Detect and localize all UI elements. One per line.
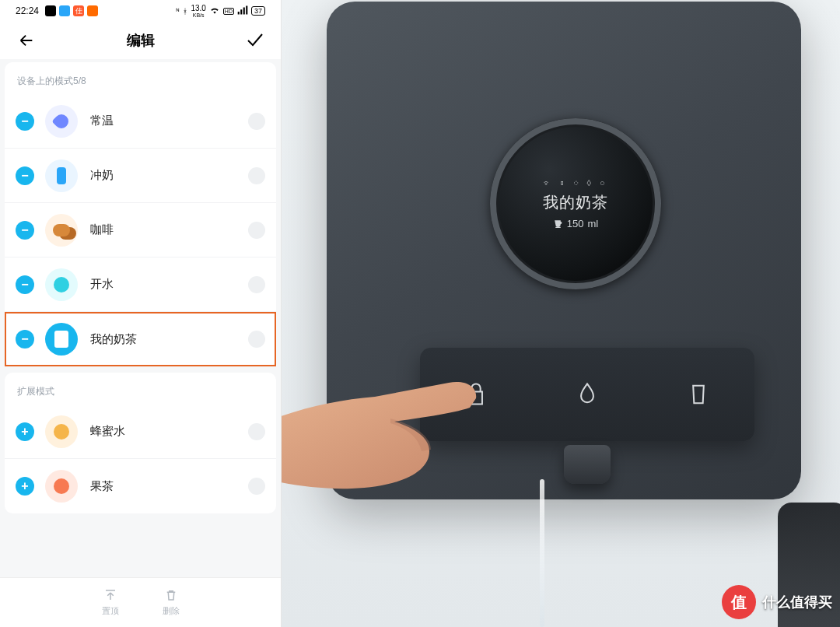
fruit-icon [45,470,78,503]
water-drop-icon[interactable] [576,381,599,408]
wifi-icon [209,5,220,16]
status-bar: 22:24 佳 ᴺ ᚼ 13.0 KB/s HD [0,0,281,22]
section-device-modes: 设备上的模式5/8 [5,67,276,94]
mode-row-fruit-tea[interactable]: + 果茶 [5,459,276,513]
device-touch-panel [420,348,754,441]
water-dispenser-body: ᯤ ▯ ◌ ◊ ○ 我的奶茶 150 ml [327,2,801,499]
drag-handle-icon[interactable] [248,331,265,348]
steam-icon [45,268,78,301]
battery-icon: 37 [251,6,265,16]
mode-label: 开水 [90,277,248,292]
app-indicator-icon [87,5,98,16]
mode-row-coffee[interactable]: − 咖啡 [5,203,276,257]
mode-label: 冲奶 [90,168,248,183]
mode-row-honey-water[interactable]: + 蜂蜜水 [5,405,276,459]
water-stream [540,479,544,627]
mode-label: 我的奶茶 [90,332,248,347]
nfc-icon: ᴺ [176,7,180,16]
bottom-toolbar: 置顶 删除 [0,577,281,627]
hd-icon: HD [223,8,234,15]
honey-icon [45,415,78,448]
mode-label: 常温 [90,114,248,128]
trash-icon [164,588,178,602]
mode-row-room-temp[interactable]: − 常温 [5,94,276,149]
bluetooth-icon: ᚼ [183,7,187,16]
beans-icon [45,214,78,247]
device-photo: ᯤ ▯ ◌ ◊ ○ 我的奶茶 150 ml [282,0,840,627]
drag-handle-icon[interactable] [248,423,265,440]
cup-icon [553,219,563,229]
app-indicator-icon [45,5,56,16]
mode-label: 果茶 [90,479,248,494]
dispenser-spout [564,445,611,484]
signal-icon [237,5,248,16]
watermark: 值 什么值得买 [722,585,832,619]
screen-volume: 150 ml [553,218,598,229]
pin-button[interactable]: 置顶 [102,588,119,617]
drag-handle-icon[interactable] [248,222,265,239]
confirm-button[interactable] [245,31,264,50]
delete-button[interactable]: 删除 [163,588,180,617]
screen-status-icons: ᯤ ▯ ◌ ◊ ○ [543,178,607,187]
drag-handle-icon[interactable] [248,113,265,130]
sheet-icon [45,323,78,356]
drag-handle-icon[interactable] [248,276,265,293]
mode-row-milk[interactable]: − 冲奶 [5,149,276,203]
section-extended-modes: 扩展模式 [5,377,276,405]
remove-icon[interactable]: − [16,275,34,294]
pin-top-icon [103,588,117,602]
app-indicator-icon: 佳 [73,5,84,16]
cup-icon[interactable] [687,381,710,408]
net-rate: 13.0 [191,5,205,12]
drag-handle-icon[interactable] [248,167,265,184]
add-icon[interactable]: + [16,422,34,441]
app-indicator-icon [59,5,70,16]
mode-list-scroll[interactable]: 设备上的模式5/8 − 常温 − 冲奶 − 咖啡 [0,59,281,577]
nav-header: 编辑 [0,22,281,59]
remove-icon[interactable]: − [16,112,34,131]
device-round-screen: ᯤ ▯ ◌ ◊ ○ 我的奶茶 150 ml [490,118,661,289]
phone-screenshot: 22:24 佳 ᴺ ᚼ 13.0 KB/s HD [0,0,282,627]
watermark-text: 什么值得买 [762,593,832,611]
net-unit: KB/s [193,12,205,18]
remove-icon[interactable]: − [16,330,34,349]
mode-row-hotwater[interactable]: − 开水 [5,257,276,312]
back-button[interactable] [17,31,36,50]
drop-icon [45,105,78,138]
mode-row-my-milktea[interactable]: − 我的奶茶 [5,312,276,366]
drag-handle-icon[interactable] [248,478,265,495]
page-title: 编辑 [127,31,155,50]
mode-label: 咖啡 [90,222,248,237]
remove-icon[interactable]: − [16,221,34,240]
remove-icon[interactable]: − [16,166,34,185]
watermark-badge-icon: 值 [722,585,756,619]
status-time: 22:24 [16,5,39,16]
bottle-icon [45,159,78,192]
lock-icon[interactable] [464,381,488,408]
screen-mode-title: 我的奶茶 [543,192,608,213]
add-icon[interactable]: + [16,477,34,496]
mode-label: 蜂蜜水 [90,424,248,439]
